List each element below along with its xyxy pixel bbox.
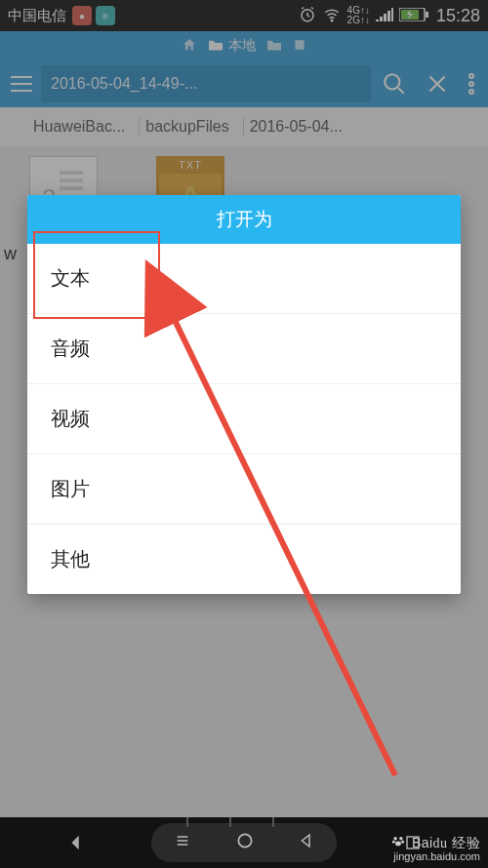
nav-back-soft[interactable] (298, 832, 315, 853)
dialog-title: 打开为 (27, 195, 461, 244)
svg-point-11 (238, 834, 251, 847)
nav-pill (151, 823, 337, 862)
dialog-item-other[interactable]: 其他 (27, 525, 461, 594)
watermark: Baidu 经验 jingyan.baidu.com (391, 834, 480, 862)
dialog-item-video[interactable]: 视频 (27, 384, 461, 454)
nav-back[interactable] (0, 832, 151, 853)
svg-point-13 (394, 836, 398, 840)
svg-point-16 (402, 840, 405, 843)
dialog-item-audio[interactable]: 音频 (27, 314, 461, 384)
svg-point-14 (400, 836, 404, 840)
nav-recent[interactable] (173, 833, 192, 852)
svg-point-17 (396, 841, 402, 846)
nav-home[interactable] (235, 831, 255, 854)
dialog-item-image[interactable]: 图片 (27, 454, 461, 525)
paw-icon (391, 835, 409, 850)
svg-point-15 (392, 840, 395, 843)
open-as-dialog: 打开为 文本 音频 视频 图片 其他 (27, 195, 461, 594)
screen: 中国电信 ● ≡ 4G↑↓ 2G↑↓ 15:28 (0, 0, 488, 868)
dialog-item-text[interactable]: 文本 (27, 244, 461, 314)
